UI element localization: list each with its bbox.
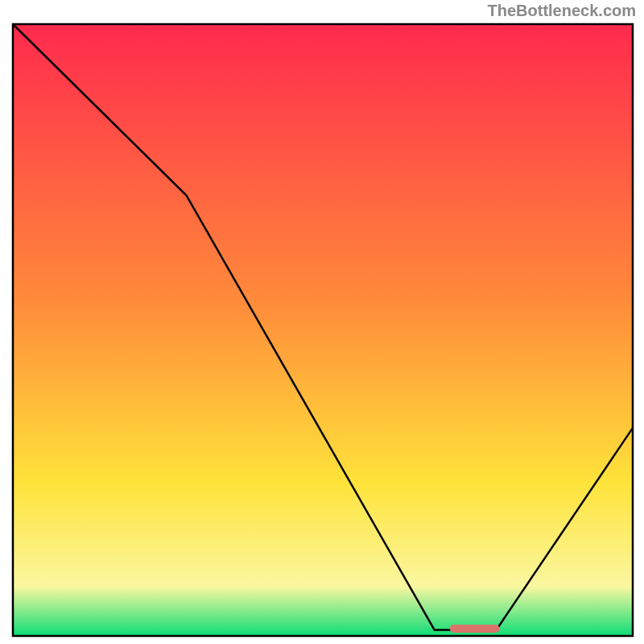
optimal-marker [450,625,500,633]
chart-container: TheBottleneck.com [0,0,644,644]
bottleneck-plot [0,0,644,644]
